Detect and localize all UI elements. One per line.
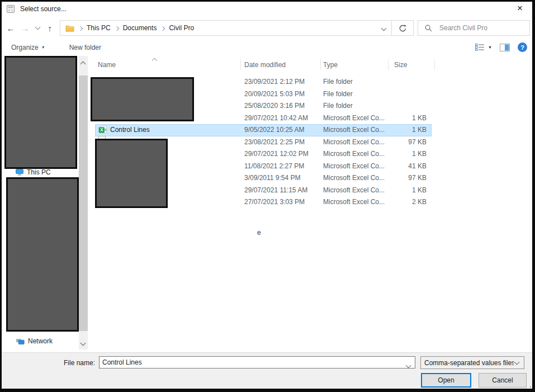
column-divider[interactable] [320, 59, 321, 70]
preview-pane-icon[interactable] [500, 44, 510, 51]
breadcrumb-documents[interactable]: Documents [123, 24, 157, 32]
row-date-modified: 20/09/2021 5:03 PM [244, 88, 305, 101]
excel-csv-icon: a X [98, 126, 107, 134]
scroll-up-chevron-icon[interactable] [81, 60, 85, 68]
row-date-modified: 29/07/2021 10:42 AM [244, 112, 308, 125]
view-caret-icon: ▼ [488, 45, 492, 49]
file-type-value: Comma-separated values files ( [424, 359, 514, 367]
row-type: Microsoft Excel Co... [323, 136, 385, 149]
search-icon [424, 24, 433, 32]
redaction-block [95, 139, 168, 208]
breadcrumb-chevron-icon [115, 24, 119, 32]
row-name: Control Lines [110, 124, 150, 136]
column-divider[interactable] [388, 59, 389, 70]
folder-icon [65, 25, 74, 32]
sidebar-item-label: This PC [27, 168, 51, 176]
csv-app-icon [6, 4, 15, 13]
organize-caret-icon: ▼ [41, 45, 45, 49]
new-folder-button[interactable]: New folder [69, 44, 101, 51]
row-type: File folder [323, 88, 353, 101]
row-type: Microsoft Excel Co... [323, 185, 385, 197]
breadcrumb-chevron-icon [161, 24, 164, 32]
refresh-button[interactable] [392, 20, 414, 36]
file-name-input[interactable] [100, 357, 404, 368]
row-date-modified: 3/09/2011 9:54 PM [244, 172, 301, 185]
svg-text:X: X [100, 127, 103, 133]
close-icon[interactable]: × [513, 2, 527, 15]
row-file-icon: a X [98, 126, 107, 135]
network-icon [16, 338, 25, 345]
cancel-button-label: Cancel [492, 376, 513, 384]
up-icon[interactable]: ↑ [42, 21, 57, 35]
scroll-down-chevron-icon[interactable] [81, 339, 85, 347]
new-folder-label: New folder [69, 44, 101, 51]
row-size: 1 KB [412, 185, 427, 197]
details-view-icon [475, 44, 485, 51]
open-button[interactable]: Open [421, 373, 471, 388]
address-dropdown-chevron-icon[interactable] [382, 24, 386, 32]
search-box[interactable] [418, 20, 530, 36]
column-header-size[interactable]: Size [394, 58, 407, 72]
column-divider[interactable] [434, 59, 435, 70]
navigation-bar: ← → ↑ This PC Documents Civil Pro [0, 17, 535, 39]
scrollbar-thumb[interactable] [79, 75, 88, 331]
sort-ascending-chevron-icon [153, 56, 157, 64]
open-button-label: Open [438, 376, 454, 384]
title-bar: Select source... × [0, 0, 535, 18]
dialog-footer: File name: Comma-separated values files … [0, 352, 535, 392]
recent-locations-chevron-icon[interactable] [32, 21, 42, 35]
row-size: 1 KB [412, 148, 427, 160]
row-type: Microsoft Excel Co... [323, 160, 385, 173]
row-date-modified: 29/07/2021 11:15 AM [244, 185, 307, 197]
this-pc-icon [16, 169, 23, 176]
row-date-modified: 11/08/2021 2:27 PM [244, 160, 304, 173]
row-date-modified: 25/08/2020 3:16 PM [244, 100, 305, 112]
svg-text:a: a [105, 127, 107, 131]
row-type: File folder [323, 100, 353, 112]
sidebar-item-this-pc[interactable]: This PC [16, 168, 51, 176]
row-size: 97 KB [408, 136, 427, 149]
breadcrumb-chevron-icon [79, 24, 82, 32]
row-type: Microsoft Excel Co... [323, 124, 385, 136]
page-title: Select source... [20, 5, 67, 13]
row-type: Microsoft Excel Co... [323, 112, 385, 125]
resize-grip[interactable] [530, 386, 531, 388]
file-name-combobox[interactable] [99, 356, 415, 369]
forward-icon[interactable]: → [18, 21, 32, 35]
help-icon[interactable]: ? [518, 42, 527, 52]
cancel-button[interactable]: Cancel [479, 373, 527, 388]
row-date-modified: 29/07/2021 12:02 PM [244, 148, 309, 160]
row-type: Microsoft Excel Co... [323, 148, 385, 160]
row-size: 1 KB [412, 112, 427, 125]
column-header-date-modified[interactable]: Date modified [244, 58, 286, 72]
table-row[interactable]: a X Control Lines 9/05/2022 10:25 AM Mic… [95, 124, 432, 136]
back-icon[interactable]: ← [3, 21, 18, 35]
file-type-chevron-icon [514, 359, 520, 365]
organize-button[interactable]: Organize ▼ [11, 44, 45, 51]
search-input[interactable] [438, 23, 524, 32]
row-date-modified: 9/05/2022 10:25 AM [244, 124, 304, 136]
column-header-type[interactable]: Type [323, 58, 338, 72]
file-name-dropdown-chevron-icon[interactable] [406, 361, 410, 369]
column-header-name[interactable]: Name [98, 58, 116, 72]
row-type: Microsoft Excel Co... [323, 172, 385, 185]
breadcrumb-civil-pro[interactable]: Civil Pro [169, 24, 194, 32]
redaction-block [91, 77, 194, 121]
sidebar-item-label: Network [28, 337, 53, 345]
row-date-modified: 23/09/2021 2:12 PM [244, 76, 305, 88]
sidebar-item-network[interactable]: Network [16, 337, 53, 345]
address-bar[interactable]: This PC Documents Civil Pro [60, 20, 392, 36]
change-view-button[interactable]: ▼ [475, 44, 492, 51]
column-divider[interactable] [240, 59, 241, 70]
command-toolbar: Organize ▼ New folder ▼ ? [0, 39, 535, 56]
redaction-block [4, 56, 77, 169]
sidebar-scrollbar[interactable] [79, 56, 88, 350]
file-type-select[interactable]: Comma-separated values files ( [420, 356, 524, 369]
row-date-modified: 23/08/2021 2:25 PM [244, 136, 305, 149]
row-type: Microsoft Excel Co... [323, 196, 385, 209]
filename-text-remnant: e [257, 229, 261, 237]
file-name-label: File name: [34, 359, 95, 367]
refresh-icon [399, 24, 407, 32]
row-size: 97 KB [408, 172, 427, 185]
breadcrumb-this-pc[interactable]: This PC [87, 24, 111, 32]
